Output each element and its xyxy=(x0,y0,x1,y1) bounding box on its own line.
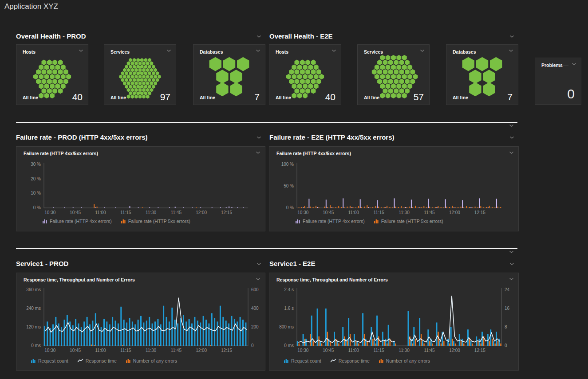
legend-label: Request count xyxy=(291,358,321,363)
legend-item[interactable]: Number of any errors xyxy=(379,358,430,363)
section-title-health-prod: Overall Health - PROD xyxy=(16,32,86,40)
bar-series-icon xyxy=(284,358,289,363)
chart-plot: 2.4 s1.6 s800 ms0 ms24168010:3010:4511:0… xyxy=(269,285,518,356)
chart-title: Response time, Throughput and Number of … xyxy=(24,277,135,282)
chart-legend: Failure rate (HTTP 4xx errors)Failure ra… xyxy=(295,219,443,224)
svg-text:10 %: 10 % xyxy=(31,191,41,195)
chevron-down-icon[interactable] xyxy=(256,151,260,154)
svg-text:30 %: 30 % xyxy=(31,162,41,167)
svg-text:11:45: 11:45 xyxy=(171,210,182,215)
svg-text:11:15: 11:15 xyxy=(120,348,131,353)
svg-text:8: 8 xyxy=(505,324,507,329)
bar-series-icon xyxy=(42,219,47,224)
svg-text:0 %: 0 % xyxy=(286,205,294,210)
chevron-down-icon[interactable] xyxy=(572,63,576,66)
svg-text:16: 16 xyxy=(505,306,510,311)
svg-text:20 %: 20 % xyxy=(31,176,41,181)
health-tile-services-e2e[interactable]: Services All fine 57 xyxy=(357,44,430,105)
legend-item[interactable]: Response time xyxy=(330,358,370,363)
svg-text:50 %: 50 % xyxy=(284,184,294,188)
legend-label: Request count xyxy=(38,358,68,363)
chart-tile-failure-prod[interactable]: Failure rate (HTTP 4xx/5xx errors) 30 %2… xyxy=(16,146,265,231)
chart-tile-failure-e2e[interactable]: Failure rate (HTTP 4xx/5xx errors) 100 %… xyxy=(269,146,519,231)
health-tile-services-prod[interactable]: Services All fine 97 xyxy=(104,44,176,105)
svg-text:360 ms: 360 ms xyxy=(26,287,41,292)
legend-label: Failure rate (HTTP 5xx errors) xyxy=(381,219,443,224)
svg-text:11:30: 11:30 xyxy=(146,348,157,353)
svg-text:10:45: 10:45 xyxy=(70,210,81,215)
legend-item[interactable]: Failure rate (HTTP 5xx errors) xyxy=(121,219,190,224)
svg-text:11:15: 11:15 xyxy=(373,348,384,353)
health-tile-hosts-prod[interactable]: Hosts All fine 40 xyxy=(16,44,88,105)
svg-text:10:30: 10:30 xyxy=(44,210,55,215)
svg-text:100 %: 100 % xyxy=(281,162,294,167)
legend-item[interactable]: Failure rate (HTTP 5xx errors) xyxy=(374,219,443,224)
svg-text:240 ms: 240 ms xyxy=(26,306,41,311)
svg-text:0 ms: 0 ms xyxy=(284,343,294,348)
page-title: Application XYZ xyxy=(4,2,58,11)
section-title-failure-prod: Failure rate - PROD (HTTP 4xx/5xx errors… xyxy=(16,133,148,141)
svg-text:12:15: 12:15 xyxy=(474,210,485,215)
section-divider xyxy=(16,122,517,123)
legend-item[interactable]: Number of any errors xyxy=(126,358,177,363)
svg-text:2.4 s: 2.4 s xyxy=(284,287,294,292)
bar-series-icon xyxy=(126,358,131,363)
chevron-down-icon[interactable] xyxy=(509,35,514,38)
section-divider xyxy=(16,248,517,249)
bar-series-icon xyxy=(379,358,384,363)
chevron-down-icon[interactable] xyxy=(509,250,514,254)
status-text: All fine xyxy=(200,95,215,100)
legend-item[interactable]: Request count xyxy=(31,358,68,363)
chevron-down-icon[interactable] xyxy=(509,151,514,154)
svg-text:120 ms: 120 ms xyxy=(26,324,41,329)
status-text: All fine xyxy=(276,95,291,100)
chart-tile-service-e2e[interactable]: Response time, Throughput and Number of … xyxy=(269,273,519,371)
chevron-down-icon[interactable] xyxy=(509,136,514,139)
svg-text:0: 0 xyxy=(505,343,507,348)
health-tile-databases-e2e[interactable]: Databases All fine 7 xyxy=(446,44,518,105)
line-series-icon xyxy=(330,358,336,363)
svg-text:11:45: 11:45 xyxy=(424,210,435,215)
legend-label: Response time xyxy=(86,358,117,363)
svg-text:12:15: 12:15 xyxy=(221,348,232,353)
legend-item[interactable]: Failure rate (HTTP 4xx errors) xyxy=(295,219,365,224)
legend-item[interactable]: Request count xyxy=(284,358,321,363)
legend-label: Response time xyxy=(339,358,370,363)
chevron-down-icon[interactable] xyxy=(257,262,261,266)
bar-series-icon xyxy=(31,358,36,363)
svg-text:11:45: 11:45 xyxy=(171,348,182,353)
section-title-health-e2e: Overall Health - E2E xyxy=(269,32,333,40)
health-tile-databases-prod[interactable]: Databases All fine 7 xyxy=(193,44,265,105)
health-tile-hosts-e2e[interactable]: Hosts All fine 40 xyxy=(269,44,341,105)
chevron-down-icon[interactable] xyxy=(509,277,514,281)
svg-text:400: 400 xyxy=(251,306,259,311)
chart-tile-service-prod[interactable]: Response time, Throughput and Number of … xyxy=(16,273,265,371)
svg-text:12:15: 12:15 xyxy=(221,210,232,215)
chevron-down-icon[interactable] xyxy=(509,124,514,127)
chevron-down-icon[interactable] xyxy=(256,277,260,281)
legend-item[interactable]: Failure rate (HTTP 4xx errors) xyxy=(42,219,112,224)
svg-text:0 %: 0 % xyxy=(33,205,41,210)
svg-text:800 ms: 800 ms xyxy=(279,324,294,329)
status-text: All fine xyxy=(453,95,468,100)
problems-tile[interactable]: Problems 0 xyxy=(535,58,581,105)
chevron-down-icon[interactable] xyxy=(509,262,514,266)
svg-text:11:15: 11:15 xyxy=(373,210,384,215)
legend-label: Number of any errors xyxy=(386,358,430,363)
svg-text:11:30: 11:30 xyxy=(146,210,157,215)
svg-text:11:00: 11:00 xyxy=(95,348,106,353)
status-text: All fine xyxy=(364,95,379,100)
svg-text:11:45: 11:45 xyxy=(424,348,435,353)
tile-label: Problems xyxy=(541,63,563,68)
legend-item[interactable]: Response time xyxy=(77,358,117,363)
entity-count: 97 xyxy=(160,92,170,102)
chevron-down-icon[interactable] xyxy=(257,136,261,139)
chart-title: Failure rate (HTTP 4xx/5xx errors) xyxy=(276,151,351,156)
svg-text:0: 0 xyxy=(251,343,254,348)
entity-count: 40 xyxy=(325,92,335,102)
svg-text:11:30: 11:30 xyxy=(399,210,410,215)
status-text: All fine xyxy=(110,95,126,100)
svg-text:11:00: 11:00 xyxy=(348,348,359,353)
chevron-down-icon[interactable] xyxy=(257,35,261,38)
legend-label: Failure rate (HTTP 4xx errors) xyxy=(303,219,365,224)
